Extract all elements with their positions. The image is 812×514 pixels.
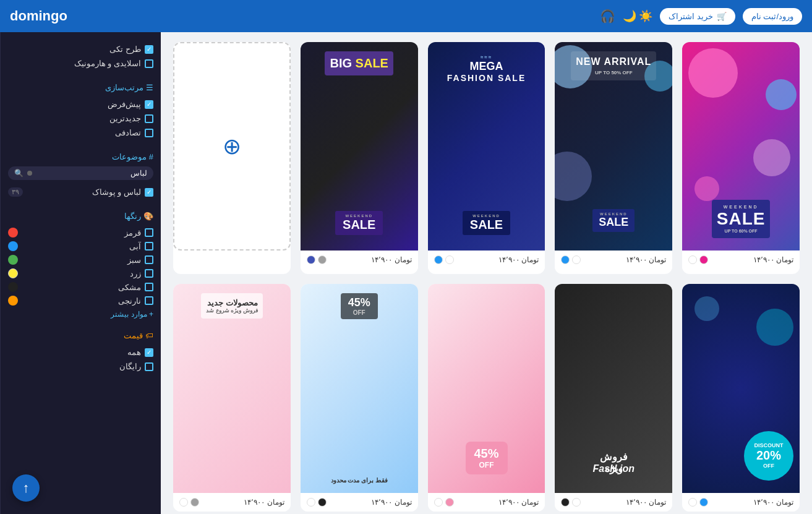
sidebar-item-all-price[interactable]: همه [8,345,153,359]
scroll-to-top-button[interactable]: ↑ [12,474,40,502]
price-icon: 🏷 [145,331,153,340]
color-dot[interactable] [307,255,315,264]
theme-toggle-button[interactable]: ☀️ 🌙 [623,9,652,23]
card-footer-9: تومان ۱۴٬۹۰۰ [301,493,418,512]
sidebar-item-random[interactable]: تصادفی [8,126,153,140]
sidebar-item-free[interactable]: رایگان [8,359,153,374]
color-dot[interactable] [318,498,327,507]
more-colors-link[interactable]: + موارد بیشتر [8,310,153,319]
free-price-checkbox[interactable] [145,362,153,371]
color-filter-black[interactable]: مشکی [8,280,153,294]
add-template-card[interactable]: ⊕ [173,42,291,274]
all-price-checkbox[interactable] [145,348,153,357]
yellow-checkbox[interactable] [145,269,153,278]
login-button[interactable]: ورود/ثبت نام [743,8,802,25]
color-filter-yellow[interactable]: زرد [8,267,153,280]
card-footer-8: تومان ۱۴٬۹۰۰ [428,493,545,512]
color-dot[interactable] [179,498,188,507]
sun-icon: ☀️ [639,9,652,23]
color-dot[interactable] [572,498,581,507]
color-dot[interactable] [561,498,570,507]
template-card-1[interactable]: WEEKEND SALE UP TO 60% OFF تومان ۱۴٬۹۰۰ [682,42,800,274]
blue-checkbox[interactable] [145,242,153,251]
sidebar-colors-section: 🎨 رنگها قرمز آبی سبز [8,212,153,319]
topics-search-input[interactable] [36,169,147,178]
more-colors-label: + موارد بیشتر [111,310,153,319]
main-layout: WEEKEND SALE UP TO 60% OFF تومان ۱۴٬۹۰۰ [0,32,812,514]
template-card-8[interactable]: 45% OFF تومان ۱۴٬۹۰۰ [428,284,545,511]
color-filter-blue[interactable]: آبی [8,239,153,253]
color-filter-red[interactable]: قرمز [8,226,153,239]
default-sort-checkbox[interactable] [145,100,153,109]
add-card-area[interactable]: ⊕ [173,42,291,251]
color-filter-green[interactable]: سبز [8,253,153,267]
black-label: مشکی [118,283,141,292]
yellow-circle [8,268,18,278]
headphone-icon[interactable]: 🎧 [600,9,615,24]
color-dot[interactable] [307,498,315,507]
color-dot[interactable] [572,255,581,264]
color-dot[interactable] [445,255,454,264]
card-footer-1: تومان ۱۴٬۹۰۰ [682,251,800,269]
color-dot[interactable] [699,498,708,507]
color-dot[interactable] [190,498,199,507]
sidebar-price-section: 🏷 قیمت همه رایگان [8,331,153,374]
card-footer-3: تومان ۱۴٬۹۰۰ [428,251,545,269]
card-colors-3 [434,255,454,264]
slider-design-checkbox[interactable] [145,59,153,68]
color-dot[interactable] [688,255,697,264]
template-card-2[interactable]: NEW ARRIVAL UP TO 50% OFF WEEKEND SALE ت… [555,42,672,274]
sidebar-item-single-design[interactable]: طرح تکی [8,42,153,56]
black-checkbox[interactable] [145,283,153,291]
sidebar-item-newest[interactable]: جدیدترین [8,111,153,126]
clothing-checkbox[interactable] [145,188,153,197]
sidebar-item-slider-design[interactable]: اسلایدی و هارمونیک [8,56,153,71]
card-image-1: WEEKEND SALE UP TO 60% OFF [682,42,800,251]
color-dot[interactable] [445,498,454,507]
green-checkbox[interactable] [145,255,153,264]
orange-label: نارنجی [118,296,141,306]
card-price-1: تومان ۱۴٬۹۰۰ [753,255,793,264]
green-label: سبز [127,255,141,265]
sidebar-item-clothing[interactable]: لباس و پوشاک ۳۹ [8,185,153,199]
search-dot [27,171,32,176]
logo: domingo [10,8,67,24]
color-filter-orange[interactable]: نارنجی [8,294,153,307]
random-sort-checkbox[interactable] [145,129,153,137]
template-card-4[interactable]: BIG SALE WEEKEND SALE تومان ۱۴٬۹۰۰ [301,42,418,274]
card-grid: WEEKEND SALE UP TO 60% OFF تومان ۱۴٬۹۰۰ [173,42,800,512]
color-dot[interactable] [318,255,327,264]
newest-sort-checkbox[interactable] [145,114,153,123]
template-card-6[interactable]: DISCOUNT 20% OFF تومان ۱۴٬۹۰۰ [682,284,800,511]
orange-circle [8,296,18,306]
yellow-label: زرد [130,269,141,278]
color-dot[interactable] [688,498,697,507]
blue-circle [8,241,18,251]
red-checkbox[interactable] [145,228,153,237]
orange-checkbox[interactable] [145,296,153,305]
buy-subscription-button[interactable]: 🛒 خرید اشتراک [660,8,735,25]
color-dot[interactable] [699,255,708,264]
sidebar-item-default[interactable]: پیش‌فرض [8,97,153,111]
color-dot[interactable] [561,255,570,264]
color-dot[interactable] [434,498,443,507]
template-card-7[interactable]: فروشویژه FasH ion تومان ۱۴٬۹۰۰ [555,284,672,511]
topics-search-box[interactable]: 🔍 [8,166,153,180]
buy-label: خرید اشتراک [669,12,713,21]
random-sort-label: تصادفی [115,128,141,137]
card-footer-6: تومان ۱۴٬۹۰۰ [682,493,800,512]
card-price-8: تومان ۱۴٬۹۰۰ [498,498,539,507]
all-price-label: همه [127,348,141,357]
card-image-9: 45% OFF فقط برای مدت محدود [301,284,418,492]
card-image-2: NEW ARRIVAL UP TO 50% OFF WEEKEND SALE [555,42,672,251]
template-card-9[interactable]: 45% OFF فقط برای مدت محدود تومان ۱۴٬۹۰۰ [301,284,418,511]
card-image-6: DISCOUNT 20% OFF [682,284,800,492]
color-dot[interactable] [434,255,443,264]
card-colors-10 [179,498,199,507]
free-price-label: رایگان [119,362,141,371]
template-card-10[interactable]: محصولات جدید فروش ویژه شروع شد تومان ۱۴٬… [173,284,291,511]
header: ورود/ثبت نام 🛒 خرید اشتراک ☀️ 🌙 🎧 doming… [0,0,812,32]
sidebar: طرح تکی اسلایدی و هارمونیک ☰ مرتب‌سازی پ… [0,32,161,514]
template-card-3[interactable]: ≈≈≈ MEGA FASHION SALE WEEKEND SALE تومان… [428,42,545,274]
single-design-checkbox[interactable] [145,45,153,54]
